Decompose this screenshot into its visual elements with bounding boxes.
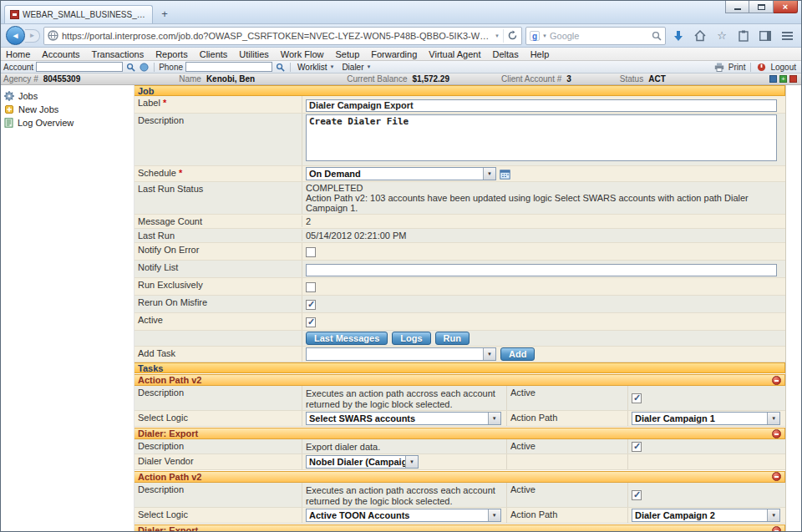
portal-window-icon[interactable] <box>769 75 777 83</box>
browser-tab[interactable]: WEBAR_SMALL_BUSINESS_DE... <box>4 5 153 23</box>
action-path-dropdown[interactable]: Dialer Campaign 1▼ <box>632 412 780 425</box>
search-engine-icon[interactable]: g <box>530 31 540 41</box>
task-config-row: Select Logic Select SWARS accounts▼ Acti… <box>135 411 785 427</box>
sidebar-item-label: Jobs <box>18 91 38 101</box>
delete-task-icon[interactable] <box>772 429 781 438</box>
search-icon[interactable] <box>652 31 662 41</box>
notify-list-label: Notify List <box>135 261 302 274</box>
run-button[interactable]: Run <box>435 332 470 345</box>
last-messages-button[interactable]: Last Messages <box>306 332 388 345</box>
phone-search-icon[interactable] <box>275 62 286 73</box>
portal-close-icon[interactable] <box>789 75 797 83</box>
home-icon[interactable] <box>691 27 709 45</box>
maximize-button[interactable] <box>749 1 774 13</box>
menu-forwarding[interactable]: Forwarding <box>371 49 417 59</box>
bookmark-star-icon[interactable]: ☆ <box>713 27 731 45</box>
task-description-label: Description <box>135 483 302 507</box>
menu-virtual-agent[interactable]: Virtual Agent <box>429 49 480 59</box>
menu-clients[interactable]: Clients <box>200 49 228 59</box>
menu-accounts[interactable]: Accounts <box>42 49 79 59</box>
back-button[interactable]: ◄ <box>6 26 25 45</box>
url-text[interactable]: https://portal.interprose.com/job.do?OWA… <box>62 31 491 41</box>
panel-icon[interactable] <box>756 27 774 45</box>
active-checkbox[interactable] <box>306 317 316 327</box>
task-active-checkbox[interactable] <box>632 393 642 403</box>
menu-home[interactable]: Home <box>6 49 30 59</box>
logs-button[interactable]: Logs <box>392 332 430 345</box>
print-icon <box>714 62 725 73</box>
tasks-section-header: Tasks <box>135 362 785 373</box>
select-logic-dropdown[interactable]: Select SWARS accounts▼ <box>306 412 501 425</box>
logout-button[interactable]: Logout <box>770 63 796 72</box>
agency-number: 80455309 <box>43 74 81 84</box>
task-active-checkbox[interactable] <box>632 442 642 452</box>
sidebar-item-jobs[interactable]: Jobs <box>4 89 130 103</box>
chevron-down-icon: ▼ <box>483 348 495 360</box>
menu-transactions[interactable]: Transactions <box>92 49 145 59</box>
schedule-calendar-icon[interactable] <box>500 169 510 180</box>
description-textarea[interactable]: Create Dialer File <box>306 114 777 161</box>
dialer-vendor-dropdown[interactable]: Nobel Dialer (Campaign 1)▼ <box>306 455 419 469</box>
menu-help[interactable]: Help <box>530 49 550 59</box>
sidebar-item-new-jobs[interactable]: New Jobs <box>4 103 130 116</box>
close-button[interactable]: × <box>774 1 798 13</box>
menu-icon[interactable] <box>778 27 796 45</box>
search-box[interactable]: g ▼ Google <box>525 27 666 45</box>
worklist-caret-icon: ▼ <box>329 64 334 69</box>
menu-reports[interactable]: Reports <box>155 49 188 59</box>
task-active-label: Active <box>506 386 627 410</box>
run-exclusively-checkbox[interactable] <box>306 282 316 292</box>
sidebar-item-log-overview[interactable]: Log Overview <box>4 116 130 129</box>
reload-icon[interactable] <box>507 30 518 41</box>
menu-setup[interactable]: Setup <box>336 49 360 59</box>
message-count-value: 2 <box>302 215 785 227</box>
browser-window: WEBAR_SMALL_BUSINESS_DE... + × ◄ ► https… <box>0 0 802 532</box>
menu-deltas[interactable]: Deltas <box>492 49 518 59</box>
chevron-down-icon: ▼ <box>488 413 500 424</box>
add-task-button[interactable]: Add <box>500 347 535 361</box>
notify-list-input[interactable] <box>306 264 777 276</box>
select-logic-label: Select Logic <box>135 411 302 426</box>
label-input[interactable] <box>306 99 777 112</box>
search-input[interactable]: Google <box>550 31 649 41</box>
downloads-icon[interactable] <box>669 27 688 45</box>
delete-task-icon[interactable] <box>772 472 781 481</box>
minimize-button[interactable] <box>725 1 749 13</box>
task-description-label: Description <box>135 386 302 410</box>
new-tab-button[interactable]: + <box>155 7 175 22</box>
account-input[interactable] <box>36 62 123 72</box>
task-active-checkbox[interactable] <box>632 490 642 500</box>
name-label: Name <box>179 74 201 84</box>
browser-titlebar: WEBAR_SMALL_BUSINESS_DE... + × <box>1 1 801 24</box>
menu-work-flow[interactable]: Work Flow <box>281 49 324 59</box>
print-button[interactable]: Print <box>728 63 746 72</box>
chevron-down-icon: ▼ <box>488 509 500 521</box>
schedule-dropdown[interactable]: On Demand▼ <box>306 167 496 180</box>
url-bar[interactable]: https://portal.interprose.com/job.do?OWA… <box>43 27 522 45</box>
select-logic-dropdown[interactable]: Active TOON Accounts▼ <box>306 509 501 522</box>
status-badge: ACT <box>648 74 666 84</box>
task-title: Dialer: Export <box>138 428 772 438</box>
task-header: Action Path v2 <box>135 471 785 483</box>
add-task-dropdown[interactable]: ▼ <box>306 347 496 361</box>
delete-task-icon[interactable] <box>772 526 781 531</box>
rerun-on-misfire-checkbox[interactable] <box>306 300 316 310</box>
menu-utilities[interactable]: Utilities <box>239 49 268 59</box>
delete-task-icon[interactable] <box>772 376 781 385</box>
notify-on-error-checkbox[interactable] <box>306 247 316 257</box>
worklist-dropdown[interactable]: Worklist ▼ <box>295 63 337 72</box>
dialer-dropdown[interactable]: Dialer ▼ <box>339 63 373 72</box>
phone-input[interactable] <box>185 62 272 72</box>
account-search-icon[interactable] <box>125 62 136 73</box>
schedule-row: Schedule* On Demand▼ <box>135 166 785 182</box>
forward-button[interactable]: ► <box>25 29 40 43</box>
portal-add-icon[interactable]: + <box>779 75 787 83</box>
search-engine-dropdown-icon[interactable]: ▼ <box>542 33 547 38</box>
required-icon: * <box>179 168 182 178</box>
clipboard-icon[interactable] <box>734 27 753 45</box>
action-path-dropdown[interactable]: Dialer Campaign 2▼ <box>632 509 780 522</box>
last-run-value: 05/14/2012 02:21:00 PM <box>302 230 785 241</box>
url-dropdown-icon[interactable]: ▼ <box>495 33 500 38</box>
app-toolbar: Account Phone Worklist ▼ Dialer ▼ Print <box>1 61 801 73</box>
account-lookup-icon[interactable] <box>139 62 150 73</box>
